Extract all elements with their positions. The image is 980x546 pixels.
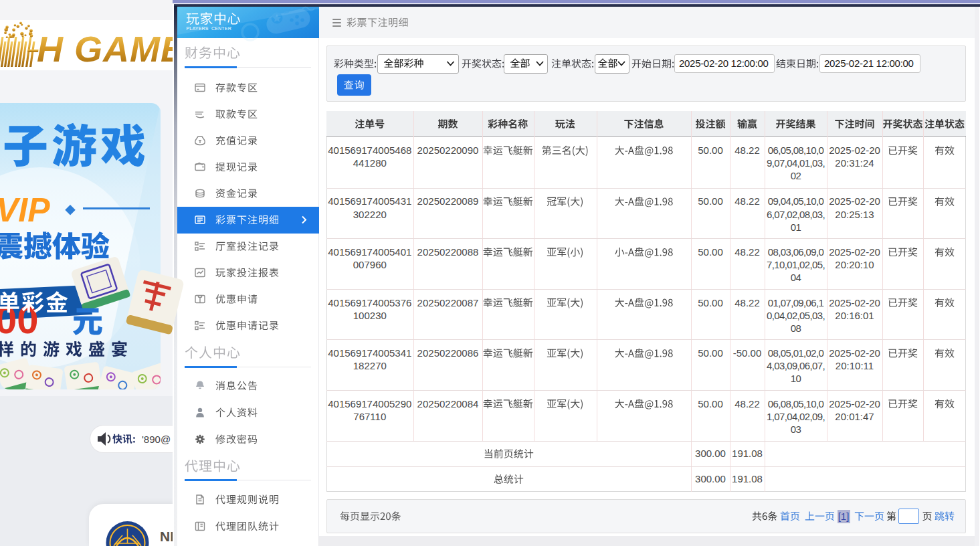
svg-text:H GAME: H GAME <box>37 29 186 69</box>
svg-text:VIP: VIP <box>0 191 50 229</box>
